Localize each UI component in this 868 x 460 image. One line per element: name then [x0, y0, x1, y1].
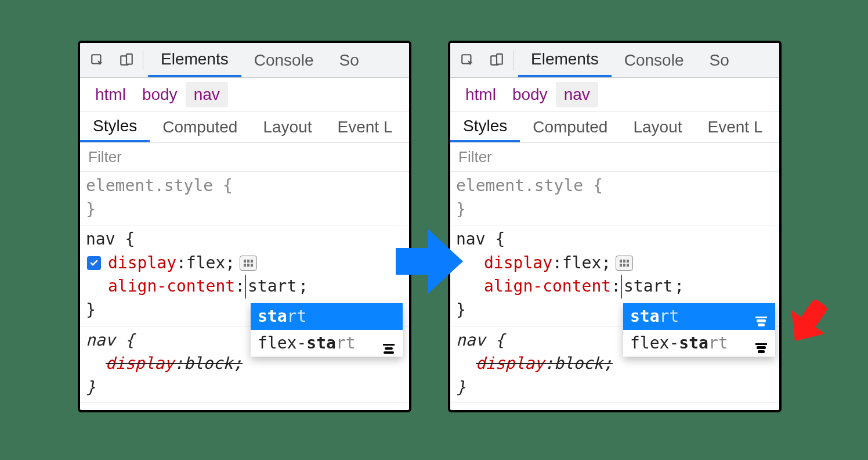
- align-icon: [382, 337, 396, 349]
- devtools-panel-after: Elements Console So html body nav Styles…: [448, 41, 782, 412]
- selector-nav: nav {: [456, 228, 773, 251]
- autocomplete-item-start[interactable]: start: [251, 303, 403, 330]
- val-display[interactable]: flex: [186, 251, 225, 275]
- styles-pane: element.style { } nav { display: flex; a…: [450, 172, 779, 403]
- devtools-tabs: Elements Console So: [148, 43, 372, 77]
- decl-display[interactable]: display: flex;: [456, 251, 773, 275]
- inspect-icon[interactable]: [456, 49, 479, 72]
- autocomplete-item-flex-start[interactable]: flex-start: [251, 330, 403, 357]
- prop-align-content: align-content: [108, 275, 235, 299]
- tab-sources[interactable]: So: [326, 43, 371, 77]
- tab-events[interactable]: Event L: [325, 112, 406, 142]
- tab-styles[interactable]: Styles: [80, 112, 150, 142]
- tab-computed[interactable]: Computed: [150, 112, 250, 142]
- svg-rect-10: [757, 319, 766, 322]
- svg-rect-3: [383, 344, 395, 346]
- devtools-toolbar: Elements Console So: [450, 43, 779, 78]
- rule-nav[interactable]: nav { display: flex; align-content: star…: [450, 225, 779, 326]
- tab-layout[interactable]: Layout: [620, 112, 695, 142]
- breadcrumb: html body nav: [80, 78, 409, 112]
- styles-tabs: Styles Computed Layout Event L: [80, 112, 409, 143]
- tab-console[interactable]: Console: [612, 43, 697, 77]
- filter-input[interactable]: Filter: [450, 143, 779, 172]
- decl-align-content[interactable]: align-content: start;: [456, 275, 773, 299]
- autocomplete-item-start[interactable]: start: [623, 303, 775, 330]
- inspect-icon[interactable]: [86, 49, 109, 72]
- rule-element-style[interactable]: element.style { }: [450, 172, 779, 225]
- toolbar-divider: [143, 51, 143, 70]
- crumb-html[interactable]: html: [457, 82, 504, 107]
- prop-display: display: [484, 251, 552, 275]
- svg-rect-13: [757, 346, 766, 349]
- svg-rect-9: [755, 317, 767, 318]
- tab-layout[interactable]: Layout: [250, 112, 324, 142]
- val-align-content[interactable]: start: [245, 275, 298, 299]
- crumb-html[interactable]: html: [87, 82, 134, 107]
- tab-sources[interactable]: So: [696, 43, 742, 77]
- crumb-body[interactable]: body: [134, 82, 186, 107]
- align-start-icon: [754, 311, 768, 322]
- selector-element-style: element.style {: [456, 174, 773, 198]
- styles-tabs: Styles Computed Layout Event L: [450, 112, 779, 143]
- close-brace: }: [86, 376, 403, 400]
- svg-rect-14: [758, 350, 765, 353]
- crumb-body[interactable]: body: [504, 82, 556, 107]
- val-display[interactable]: flex: [562, 251, 601, 275]
- autocomplete-item-flex-start[interactable]: flex-start: [623, 330, 775, 357]
- filter-input[interactable]: Filter: [80, 143, 409, 172]
- rule-element-style[interactable]: element.style { }: [80, 172, 409, 225]
- device-toggle-icon[interactable]: [115, 49, 138, 72]
- toolbar-divider: [513, 51, 513, 70]
- close-brace: }: [456, 198, 773, 222]
- checkbox-icon[interactable]: [87, 256, 101, 270]
- svg-rect-4: [385, 347, 393, 350]
- rule-nav[interactable]: nav { display: flex; align-content: star…: [80, 225, 409, 326]
- selector-nav: nav {: [86, 228, 403, 251]
- prop-align-content: align-content: [484, 275, 611, 299]
- val-align-content[interactable]: start: [621, 275, 674, 299]
- svg-rect-5: [384, 351, 394, 354]
- svg-rect-2: [126, 54, 132, 64]
- close-brace: }: [456, 376, 773, 400]
- device-toggle-icon[interactable]: [485, 49, 508, 72]
- autocomplete-popup: start flex-start: [251, 303, 403, 357]
- flex-editor-icon[interactable]: [240, 256, 257, 271]
- styles-pane: element.style { } nav { display: flex; a…: [80, 172, 409, 403]
- prop-display: display: [108, 251, 176, 275]
- devtools-tabs: Elements Console So: [518, 43, 742, 77]
- crumb-nav[interactable]: nav: [186, 82, 228, 107]
- tab-elements[interactable]: Elements: [518, 43, 612, 77]
- svg-rect-8: [497, 54, 502, 64]
- devtools-toolbar: Elements Console So: [80, 43, 409, 78]
- flex-editor-icon[interactable]: [616, 256, 633, 271]
- selector-element-style: element.style {: [86, 174, 403, 198]
- tab-elements[interactable]: Elements: [148, 43, 241, 77]
- autocomplete-popup: start flex-start: [623, 303, 775, 357]
- tab-console[interactable]: Console: [241, 43, 327, 77]
- decl-align-content[interactable]: align-content: start;: [86, 275, 403, 299]
- tab-styles[interactable]: Styles: [450, 112, 520, 142]
- devtools-panel-before: Elements Console So html body nav Styles…: [78, 41, 411, 412]
- crumb-nav[interactable]: nav: [556, 82, 598, 107]
- close-brace: }: [86, 198, 403, 222]
- callout-arrow-icon: [777, 290, 836, 351]
- svg-rect-11: [758, 324, 765, 326]
- breadcrumb: html body nav: [450, 78, 779, 112]
- svg-rect-12: [755, 343, 767, 345]
- decl-display[interactable]: display: flex;: [86, 251, 403, 275]
- tab-events[interactable]: Event L: [695, 112, 776, 142]
- tab-computed[interactable]: Computed: [520, 112, 620, 142]
- align-flex-start-icon: [754, 337, 768, 349]
